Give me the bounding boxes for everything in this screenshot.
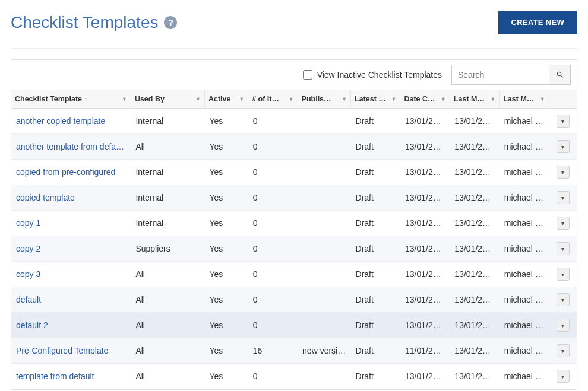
cell-modby: michael k…	[500, 185, 549, 211]
cell-active: Yes	[204, 287, 248, 313]
view-inactive-label[interactable]: View Inactive Checklist Templates	[303, 70, 442, 80]
column-label: Last M…	[503, 95, 534, 103]
row-actions-button[interactable]: ▾	[557, 242, 570, 255]
cell-latest: Draft	[351, 313, 400, 338]
cell-usedby: Internal	[131, 109, 204, 134]
cell-items: 0	[248, 185, 298, 211]
column-label: Checklist Template	[15, 95, 82, 103]
column-header[interactable]: Date C…▼	[400, 90, 450, 109]
table-row: copied from pre-configuredInternalYes0Dr…	[11, 160, 577, 185]
filter-icon[interactable]: ▼	[342, 96, 347, 102]
cell-items: 0	[248, 236, 298, 262]
filter-icon[interactable]: ▼	[289, 96, 294, 102]
filter-icon[interactable]: ▼	[391, 96, 397, 102]
cell-modby: michael k…	[500, 109, 549, 134]
cell-created: 13/01/20…	[400, 109, 450, 134]
filter-icon[interactable]: ▼	[239, 96, 244, 102]
page-title: Checklist Templates ?	[11, 13, 177, 32]
column-header[interactable]: # of It…▼	[248, 90, 298, 109]
template-name-link[interactable]: Pre-Configured Template	[11, 338, 131, 364]
row-actions-cell: ▾	[549, 236, 577, 262]
filter-icon[interactable]: ▼	[195, 96, 201, 102]
cell-latest: Draft	[351, 185, 400, 211]
row-actions-button[interactable]: ▾	[557, 293, 570, 306]
column-label: Publis…	[302, 95, 331, 103]
cell-modified: 13/01/20…	[450, 364, 499, 389]
cell-modified: 13/01/20…	[450, 160, 499, 185]
cell-items: 0	[248, 109, 298, 134]
cell-modified: 13/01/20…	[450, 134, 499, 160]
search-icon	[556, 71, 564, 79]
row-actions-button[interactable]: ▾	[557, 140, 570, 153]
cell-latest: Draft	[351, 287, 400, 313]
row-actions-button[interactable]: ▾	[557, 115, 570, 128]
template-name-link[interactable]: default 2	[11, 313, 131, 338]
cell-active: Yes	[204, 364, 248, 389]
template-name-link[interactable]: template from default	[11, 364, 131, 389]
cell-items: 16	[248, 338, 298, 364]
cell-items: 0	[248, 364, 298, 389]
cell-modby: michael k…	[500, 313, 549, 338]
cell-items: 0	[248, 287, 298, 313]
cell-active: Yes	[204, 109, 248, 134]
filter-icon[interactable]: ▼	[540, 96, 545, 102]
filter-icon[interactable]: ▼	[122, 96, 127, 102]
table-header: Checklist Template↑▼Used By▼Active▼# of …	[11, 90, 577, 109]
template-name-link[interactable]: another template from defa…	[11, 134, 131, 160]
cell-created: 13/01/20…	[400, 287, 450, 313]
cell-usedby: All	[131, 262, 204, 287]
search-input[interactable]	[451, 65, 549, 85]
search-button[interactable]	[549, 65, 571, 85]
cell-modby: michael k…	[500, 338, 549, 364]
cell-created: 13/01/20…	[400, 262, 450, 287]
cell-published	[298, 211, 351, 236]
view-inactive-checkbox[interactable]	[303, 70, 312, 80]
column-header[interactable]: Active▼	[204, 90, 248, 109]
cell-usedby: All	[131, 287, 204, 313]
cell-active: Yes	[204, 185, 248, 211]
cell-created: 13/01/20…	[400, 185, 450, 211]
cell-usedby: All	[131, 364, 204, 389]
help-icon[interactable]: ?	[164, 16, 177, 29]
column-header[interactable]: Last M…▼	[500, 90, 549, 109]
cell-published	[298, 160, 351, 185]
row-actions-button[interactable]: ▾	[557, 191, 570, 204]
template-name-link[interactable]: copy 2	[11, 236, 131, 262]
row-actions-button[interactable]: ▾	[557, 268, 570, 281]
cell-created: 13/01/20…	[400, 134, 450, 160]
template-name-link[interactable]: default	[11, 287, 131, 313]
column-header[interactable]: Checklist Template↑▼	[11, 90, 131, 109]
cell-modby: michael k…	[500, 211, 549, 236]
column-header[interactable]: Publis…▼	[298, 90, 351, 109]
cell-usedby: Internal	[131, 185, 204, 211]
filter-icon[interactable]: ▼	[490, 96, 495, 102]
template-name-link[interactable]: copy 3	[11, 262, 131, 287]
row-actions-cell: ▾	[549, 160, 577, 185]
column-header[interactable]	[549, 90, 577, 109]
cell-modby: michael k…	[500, 262, 549, 287]
column-header[interactable]: Used By▼	[131, 90, 204, 109]
filter-icon[interactable]: ▼	[441, 96, 446, 102]
row-actions-button[interactable]: ▾	[557, 344, 570, 357]
row-actions-cell: ▾	[549, 109, 577, 134]
table-row: template from defaultAllYes0Draft13/01/2…	[11, 364, 577, 389]
row-actions-button[interactable]: ▾	[557, 370, 570, 383]
cell-created: 13/01/20…	[400, 364, 450, 389]
template-name-link[interactable]: copy 1	[11, 211, 131, 236]
cell-items: 0	[248, 313, 298, 338]
column-header[interactable]: Latest …▼	[351, 90, 400, 109]
cell-published	[298, 313, 351, 338]
row-actions-button[interactable]: ▾	[557, 166, 570, 179]
row-actions-cell: ▾	[549, 313, 577, 338]
cell-published	[298, 364, 351, 389]
cell-usedby: All	[131, 338, 204, 364]
create-new-button[interactable]: CREATE NEW	[498, 11, 577, 34]
row-actions-button[interactable]: ▾	[557, 217, 570, 230]
cell-active: Yes	[204, 262, 248, 287]
template-name-link[interactable]: another copied template	[11, 109, 131, 134]
table-row: copy 1InternalYes0Draft13/01/20…13/01/20…	[11, 211, 577, 236]
row-actions-button[interactable]: ▾	[557, 319, 570, 332]
column-header[interactable]: Last M…▼	[450, 90, 499, 109]
template-name-link[interactable]: copied template	[11, 185, 131, 211]
template-name-link[interactable]: copied from pre-configured	[11, 160, 131, 185]
